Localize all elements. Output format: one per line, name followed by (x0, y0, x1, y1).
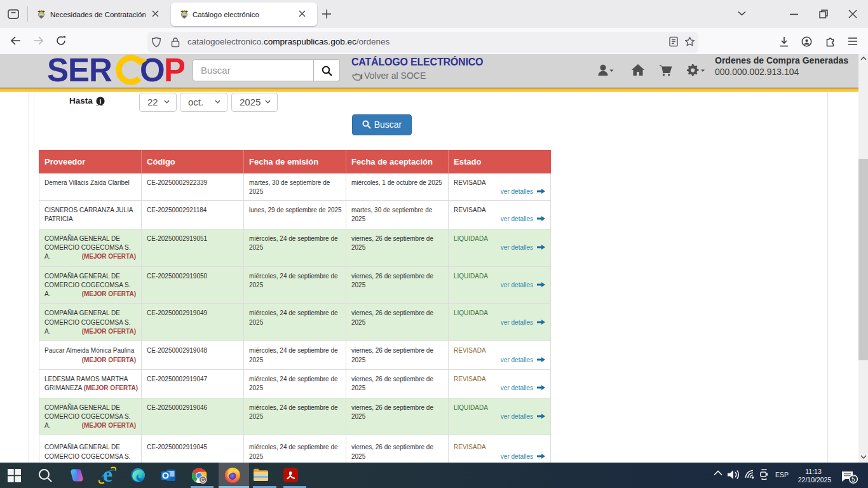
svg-text:G: G (201, 477, 205, 483)
svg-text:SER: SER (47, 55, 112, 86)
svg-text:i: i (100, 98, 102, 105)
svg-text:e: e (103, 466, 112, 484)
svg-text:P: P (164, 55, 184, 86)
svg-text:5: 5 (851, 475, 855, 483)
